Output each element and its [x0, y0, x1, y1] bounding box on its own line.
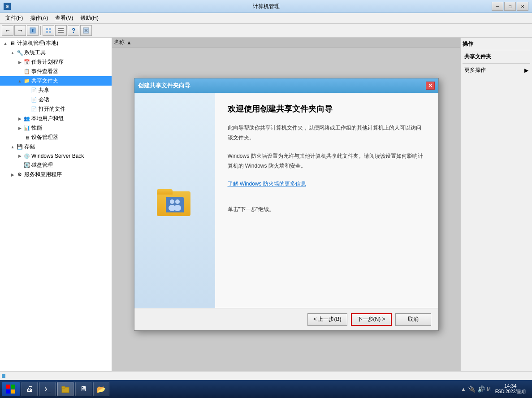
taskbar-app-computer[interactable]: 🖥	[75, 382, 91, 396]
right-panel-section: 共享文件夹	[463, 52, 530, 64]
taskbar-app-printer[interactable]: 🖨	[22, 382, 38, 396]
sidebar-item-event-viewer[interactable]: ▶ 📋 事件查看器	[0, 67, 112, 76]
expand-icon: ▶	[16, 152, 23, 160]
cancel-button-dialog[interactable]: 取消	[395, 313, 431, 326]
svg-rect-3	[49, 28, 51, 30]
folder-tab	[157, 189, 173, 195]
svg-point-13	[175, 199, 180, 204]
window-title: 计算机管理	[253, 3, 280, 10]
up-button[interactable]: ⬆	[27, 25, 39, 36]
services-icon: ⚙	[16, 171, 23, 178]
taskbar-app-explorer[interactable]	[57, 382, 74, 396]
event-icon: 📋	[23, 68, 30, 75]
sidebar-item-open-files[interactable]: ▶ 📄 打开的文件	[0, 104, 112, 114]
sidebar-item-shares[interactable]: ▶ 📄 共享	[0, 86, 112, 95]
right-panel-header: 操作	[463, 39, 530, 50]
sidebar-item-task-scheduler[interactable]: ▶ 📅 任务计划程序	[0, 57, 112, 67]
sidebar-item-disk-mgmt[interactable]: ▶ 💽 磁盘管理	[0, 160, 112, 170]
svg-text:⬆: ⬆	[31, 28, 35, 33]
performance-icon: 📊	[23, 125, 30, 132]
taskbar-right: ▲ 🔌 🔊 M 14:34 ESDI2022/星期	[460, 383, 530, 395]
sidebar-item-shared-folders[interactable]: ▲ 📁 共享文件夹	[0, 76, 112, 86]
tray-arrow-icon[interactable]: ▲	[460, 386, 466, 393]
dialog-left-panel	[134, 93, 215, 308]
svg-rect-18	[6, 389, 10, 394]
sidebar-item-local-users[interactable]: ▶ 👥 本地用户和组	[0, 114, 112, 123]
toolbar: ← → ⬆ ?	[0, 24, 532, 38]
expand-icon: ▲	[2, 40, 9, 47]
folder-people-icon	[166, 197, 184, 212]
right-panel-more-actions[interactable]: 更多操作 ▶	[463, 65, 530, 75]
dialog-title-bar: 创建共享文件夹向导 ✕	[134, 78, 438, 93]
svg-rect-2	[46, 28, 48, 30]
toolbar-btn-list[interactable]	[55, 25, 67, 36]
toolbar-btn-help[interactable]: ?	[68, 25, 79, 36]
sidebar-item-sessions[interactable]: ▶ 📄 会话	[0, 95, 112, 104]
expand-icon: ▶	[16, 125, 23, 132]
sidebar-item-sys-tools[interactable]: ▲ 🔧 系统工具	[0, 48, 112, 57]
minimize-button[interactable]: ─	[492, 2, 503, 11]
dialog-text-2: Windows 防火墙设置为允许与其他计算机共享此文件夹。请阅读该设置如何影响计…	[228, 151, 426, 171]
svg-rect-19	[11, 389, 15, 394]
sidebar-item-storage[interactable]: ▲ 💾 存储	[0, 142, 112, 151]
taskbar-clock[interactable]: 14:34 ESDI2022/星期	[493, 383, 528, 395]
dialog-footer: < 上一步(B) 下一步(N) > 取消	[134, 308, 438, 330]
sidebar-item-wsb[interactable]: ▶ 💿 Windows Server Back	[0, 151, 112, 160]
menu-bar: 文件(F) 操作(A) 查看(V) 帮助(H)	[0, 13, 532, 23]
content-area: 名称 ▲ 创建共享文件夹向导 ✕	[112, 38, 460, 371]
next-button-dialog[interactable]: 下一步(N) >	[351, 313, 392, 326]
session-icon: 📄	[30, 96, 38, 104]
sidebar-item-computer-mgmt[interactable]: ▲ 🖥 计算机管理(本地)	[0, 39, 112, 48]
folder-icon-large	[157, 185, 193, 216]
scheduler-icon: 📅	[23, 59, 30, 66]
title-bar-left: ⚙	[4, 3, 11, 10]
svg-point-12	[170, 199, 174, 204]
svg-rect-7	[58, 30, 64, 31]
taskbar-app-terminal[interactable]: ❯_	[39, 382, 56, 396]
menu-action[interactable]: 操作(A)	[26, 13, 52, 23]
menu-view[interactable]: 查看(V)	[52, 13, 77, 23]
svg-rect-8	[58, 32, 64, 33]
close-button[interactable]: ✕	[517, 2, 528, 11]
dialog-close-button[interactable]: ✕	[426, 82, 435, 90]
toolbar-btn-extra[interactable]	[80, 25, 92, 36]
toolbar-btn-grid[interactable]	[43, 25, 54, 36]
svg-point-15	[174, 205, 181, 211]
share-icon: 📄	[30, 87, 38, 94]
taskbar: 🖨 ❯_ 🖥 📂 ▲ 🔌 🔊 M 14:34 ESDI2022/星期	[0, 380, 532, 398]
tools-icon: 🔧	[16, 49, 23, 56]
main-window: ⚙ 计算机管理 ─ □ ✕ 文件(F) 操作(A) 查看(V) 帮助(H) ← …	[0, 0, 532, 380]
back-button[interactable]: ←	[2, 25, 13, 36]
expand-icon: ▶	[16, 59, 23, 66]
sidebar-item-device-mgr[interactable]: ▶ 🖥 设备管理器	[0, 133, 112, 142]
menu-file[interactable]: 文件(F)	[2, 13, 26, 23]
dialog-title: 创建共享文件夹向导	[138, 82, 190, 90]
start-button[interactable]	[2, 382, 20, 396]
tray-label-m: M	[487, 387, 490, 392]
svg-rect-6	[58, 28, 64, 29]
svg-rect-17	[11, 385, 15, 389]
expand-icon: ▲	[9, 143, 16, 151]
back-button-dialog[interactable]: < 上一步(B)	[307, 313, 347, 326]
clock-date: ESDI2022/星期	[495, 389, 526, 395]
create-share-dialog: 创建共享文件夹向导 ✕	[134, 78, 439, 331]
menu-help[interactable]: 帮助(H)	[77, 13, 102, 23]
title-bar-controls: ─ □ ✕	[492, 2, 528, 11]
computer-icon: 🖥	[9, 40, 16, 47]
sidebar-item-services[interactable]: ▶ ⚙ 服务和应用程序	[0, 170, 112, 179]
maximize-button[interactable]: □	[504, 2, 516, 11]
sidebar-item-performance[interactable]: ▶ 📊 性能	[0, 123, 112, 133]
tray-network-icon[interactable]: 🔌	[468, 385, 476, 393]
dialog-footer-hint: 单击"下一步"继续。	[228, 206, 426, 213]
dialog-overlay: 创建共享文件夹向导 ✕	[112, 38, 460, 371]
dialog-firewall-link[interactable]: 了解 Windows 防火墙的更多信息	[228, 180, 426, 188]
forward-button[interactable]: →	[14, 25, 26, 36]
taskbar-app-folder[interactable]: 📂	[93, 382, 109, 396]
devmgr-icon: 🖥	[23, 134, 30, 141]
expand-icon: ▶	[9, 171, 16, 178]
clock-time: 14:34	[504, 383, 517, 389]
tray-volume-icon[interactable]: 🔊	[477, 385, 485, 393]
dialog-body: 欢迎使用创建共享文件夹向导 此向导帮助你共享计算机文件夹，以便网络或工作组的其他…	[134, 93, 438, 308]
storage-icon: 💾	[16, 143, 23, 151]
taskbar-tray: ▲ 🔌 🔊 M	[460, 385, 490, 393]
